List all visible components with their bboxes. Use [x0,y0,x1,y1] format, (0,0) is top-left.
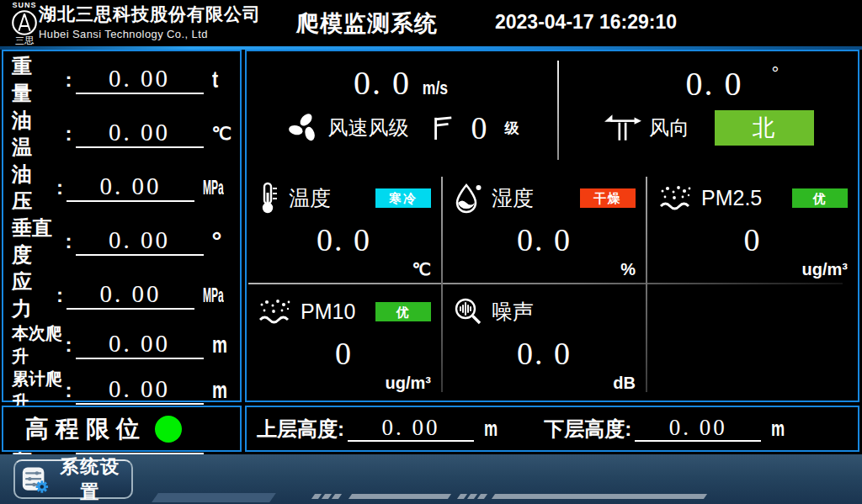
taskbar-decoration-stripe [332,494,342,499]
settings-sliders-icon [22,464,49,496]
taskbar-decoration-bar [349,494,451,499]
measurement-value: 0. 00 [100,280,162,307]
value-underline: 0. 00 [67,281,194,309]
particles-icon [657,183,693,212]
wind-speed-section: 0. 0m/s 风速风级 0 级 [247,51,558,171]
cell-unit: % [620,260,636,279]
measurement-unit: ℃ [212,124,235,144]
noise-cell: 噪声 0. 0 dB [443,284,646,396]
cell-label: 温度 [289,184,331,212]
thermometer-icon [257,181,280,215]
wind-direction-label: 风向 [649,114,689,141]
measurement-value: 0. 00 [109,119,170,146]
datetime-display: 2023-04-17 16:29:10 [495,11,677,34]
value-underline: 0. 00 [76,331,204,358]
measurement-label: 应 力 [12,268,56,322]
wind-level-unit: 级 [505,119,519,138]
cell-header: 湿度 干燥 [453,181,639,215]
system-settings-button[interactable]: 系统设置 [13,459,133,499]
taskbar: 系统设置 [0,454,862,504]
colon: : [66,68,72,92]
cell-unit: dB [613,374,636,393]
measurements-panel: 重 量: 0. 00 t 油 温: 0. 00 ℃ 油 压: 0. 00 MPa… [2,50,242,402]
measurement-unit: m [212,378,230,404]
measurement-value: 0. 00 [109,226,170,253]
cell-label: 噪声 [492,298,534,326]
wind-section-divider [557,61,559,160]
wind-direction-section: 0. 0° 风向 北 [560,51,858,171]
measurement-row-verticality: 垂直度: 0. 00 ° [12,215,235,268]
climbing-formwork-monitor-screen: SUNS 三思 湖北三思科技股份有限公司 Hubei Sansi Technol… [0,0,862,504]
cell-label: PM10 [301,300,355,324]
upper-height-label: 上层高度 [257,416,338,443]
pm10-cell: PM10 优 0 ug/m³ [247,284,441,396]
taskbar-decoration-stripe [322,494,332,499]
limit-status-indicator [155,416,182,443]
colon: : [56,284,63,307]
sansi-logo-icon [11,9,38,36]
lower-height-unit: m [771,416,785,442]
elevation-limit-label: 高程限位 [25,413,146,445]
measurement-row-oil-pressure: 油 压: 0. 00 MPa [12,161,235,215]
layer-heights-panel: 上层高度: 0. 00 m 下层高度: 0. 00 m [245,406,859,452]
cell-header: 温度 寒冷 [257,181,434,215]
temperature-cell: 温度 寒冷 0. 0 ℃ [247,171,441,283]
cell-value: 0. 0 [443,335,646,372]
gear-icon [36,480,48,492]
measurement-value: 0. 00 [100,172,162,199]
measurement-label: 本次爬升 [12,322,66,368]
wind-vane-icon [604,113,642,143]
value-underline: 0. 00 [635,416,761,442]
colon: : [338,417,344,441]
cell-label: 湿度 [492,184,534,212]
pm25-cell: PM2.5 优 0 ug/m³ [647,171,858,283]
cell-value: 0. 0 [247,221,441,258]
taskbar-decoration-stripe [457,494,467,499]
page-title: 爬模监测系统 [296,8,438,39]
company-name-cn: 湖北三思科技股份有限公司 [39,3,261,26]
lower-height-label: 下层高度 [544,416,625,443]
taskbar-decoration-stripe [477,494,487,499]
taskbar-decoration-bar [492,494,707,499]
droplet-icon [453,182,483,214]
cell-header: PM10 优 [257,294,434,328]
cell-header: 噪声 [453,294,639,328]
colon: : [66,230,72,253]
humidity-status-badge: 干燥 [580,188,636,208]
upper-height-unit: m [484,416,498,442]
measurement-value: 0. 00 [109,330,170,357]
measurement-unit: MPa [203,176,219,199]
particles-icon [257,297,292,326]
taskbar-decoration-stripe [311,494,322,499]
wind-speed-label: 风速风级 [328,114,409,141]
measurement-row-current-climb: 本次爬升: 0. 00 m [12,322,235,368]
measurement-row-weight: 重 量: 0. 00 t [12,53,235,107]
measurement-value: 0. 00 [109,375,170,402]
cell-unit: ug/m³ [386,374,431,393]
measurement-row-oil-temp: 油 温: 0. 00 ℃ [12,107,235,161]
colon: : [56,176,63,199]
measurement-row-stress: 应 力: 0. 00 MPa [12,268,235,322]
temperature-status-badge: 寒冷 [375,188,431,208]
value-underline: 0. 00 [76,66,204,93]
wind-direction-unit: ° [772,63,780,84]
wind-speed-row: 风速风级 0 级 [247,109,558,146]
measurement-label: 重 量 [12,53,66,107]
value-underline: 0. 00 [76,376,204,404]
company-name-en: Hubei Sansi Technology Co., Ltd [39,28,261,40]
value-underline: 0. 00 [76,119,204,147]
wind-direction-button[interactable]: 北 [715,110,814,146]
cell-value: 0 [247,335,441,372]
value-underline: 0. 00 [67,173,194,201]
value-underline: 0. 00 [76,227,204,255]
upper-height-group: 上层高度: 0. 00 m [257,416,503,443]
colon: : [66,379,72,402]
wind-speed-value: 0. 0 [354,64,411,102]
company-name-block: 湖北三思科技股份有限公司 Hubei Sansi Technology Co.,… [39,3,261,40]
measurement-label: 油 压 [12,161,56,215]
value-underline: 0. 00 [348,416,474,442]
upper-height-value: 0. 00 [382,415,440,440]
measurement-label: 油 温 [12,107,66,161]
wind-direction-row: 风向 北 [560,110,858,146]
measurement-label: 垂直度 [12,215,66,268]
